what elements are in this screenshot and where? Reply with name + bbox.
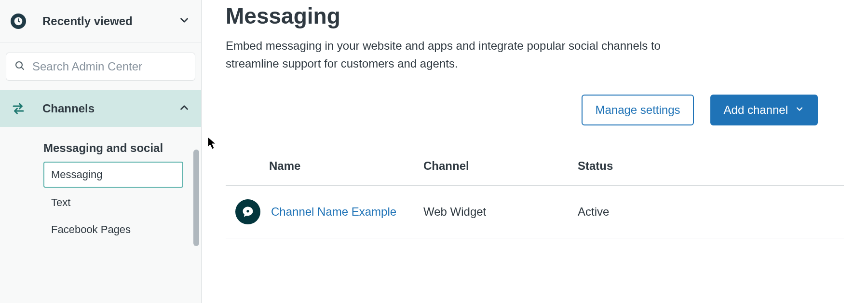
chevron-down-icon	[795, 103, 804, 117]
sidebar-item-facebook-pages[interactable]: Facebook Pages	[43, 218, 183, 242]
recently-viewed-toggle[interactable]: Recently viewed	[0, 0, 201, 43]
subsection-messaging-social: Messaging and social Messaging Text Face…	[0, 127, 201, 245]
chat-bubble-icon	[235, 199, 260, 224]
chevron-down-icon	[178, 14, 190, 28]
search-input[interactable]	[32, 60, 187, 73]
cell-status: Active	[578, 205, 844, 219]
action-bar: Manage settings Add channel	[226, 95, 844, 125]
svg-point-2	[246, 210, 249, 213]
cell-name: Channel Name Example	[226, 199, 423, 224]
channels-table: Name Channel Status Channel Name Example…	[226, 159, 844, 238]
arrows-swap-icon	[11, 101, 26, 116]
scrollbar-thumb[interactable]	[193, 150, 199, 246]
manage-settings-button[interactable]: Manage settings	[582, 95, 693, 125]
cell-channel: Web Widget	[423, 205, 578, 219]
recently-viewed-label: Recently viewed	[42, 14, 178, 28]
channel-name-link[interactable]: Channel Name Example	[271, 205, 396, 219]
add-channel-label: Add channel	[724, 103, 788, 117]
col-header-channel: Channel	[423, 159, 578, 173]
table-row[interactable]: Channel Name Example Web Widget Active	[226, 186, 844, 238]
page-description: Embed messaging in your website and apps…	[226, 37, 689, 72]
page-title: Messaging	[226, 3, 844, 29]
search-icon	[14, 60, 32, 73]
table-header: Name Channel Status	[226, 159, 844, 186]
col-header-name: Name	[226, 159, 423, 173]
col-header-status: Status	[578, 159, 844, 173]
chevron-up-icon	[178, 101, 190, 116]
sidebar-item-text[interactable]: Text	[43, 191, 183, 215]
search-container	[0, 43, 201, 90]
sidebar: Recently viewed Channels Messaging and s…	[0, 0, 202, 303]
sidebar-item-messaging[interactable]: Messaging	[43, 162, 183, 188]
add-channel-button[interactable]: Add channel	[710, 95, 818, 125]
main-content: Messaging Embed messaging in your websit…	[202, 0, 868, 303]
subsection-title: Messaging and social	[43, 141, 201, 155]
channels-label: Channels	[42, 102, 178, 115]
sidebar-item-channels[interactable]: Channels	[0, 90, 201, 127]
search-box[interactable]	[6, 53, 195, 81]
clock-icon	[11, 14, 26, 29]
